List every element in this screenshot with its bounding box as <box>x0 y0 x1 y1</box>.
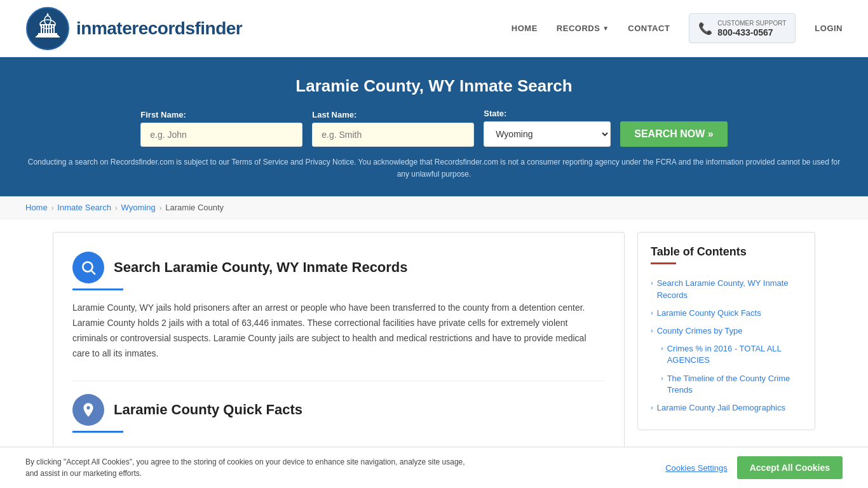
toc-chevron-2: › <box>651 309 653 316</box>
hero-title: Laramie County, WY Inmate Search <box>25 76 843 96</box>
phone-icon: 📞 <box>698 22 712 36</box>
support-number: 800-433-0567 <box>717 27 786 37</box>
last-name-input[interactable] <box>312 123 474 147</box>
toc-chevron-1: › <box>651 279 653 287</box>
toc-item-4[interactable]: › Crimes % in 2016 - TOTAL ALL AGENCIES <box>651 340 802 369</box>
svg-rect-3 <box>41 25 42 33</box>
cookie-text: By clicking "Accept All Cookies", you ag… <box>25 456 470 475</box>
svg-rect-7 <box>51 25 52 33</box>
breadcrumb-wyoming[interactable]: Wyoming <box>121 203 156 212</box>
toc-link-1[interactable]: Search Laramie County, WY Inmate Records <box>657 278 802 301</box>
toc-chevron-3: › <box>651 327 653 334</box>
sidebar: Table of Contents › Search Laramie Count… <box>637 232 815 462</box>
toc-link-6[interactable]: Laramie County Jail Demographics <box>657 402 785 414</box>
last-name-group: Last Name: <box>312 110 474 147</box>
nav-records[interactable]: RECORDS ▼ <box>557 24 609 33</box>
toc-item-1[interactable]: › Search Laramie County, WY Inmate Recor… <box>651 274 802 304</box>
nav-login[interactable]: LOGIN <box>815 24 843 33</box>
toc-link-2[interactable]: Laramie County Quick Facts <box>657 308 761 319</box>
section1-body: Laramie County, WY jails hold prisoners … <box>72 301 605 361</box>
breadcrumb-inmate-search[interactable]: Inmate Search <box>57 203 111 212</box>
support-label: CUSTOMER SUPPORT <box>717 19 786 27</box>
toc-link-4[interactable]: Crimes % in 2016 - TOTAL ALL AGENCIES <box>667 343 802 366</box>
section2-title: Laramie County Quick Facts <box>114 402 302 418</box>
toc-item-2[interactable]: › Laramie County Quick Facts <box>651 304 802 322</box>
svg-rect-4 <box>43 25 44 33</box>
customer-support: 📞 CUSTOMER SUPPORT 800-433-0567 <box>689 13 796 43</box>
toc-item-5[interactable]: › The Timeline of the County Crime Trend… <box>651 370 802 399</box>
svg-rect-11 <box>36 36 60 37</box>
cookies-settings-button[interactable]: Cookies Settings <box>665 463 728 473</box>
section1-underline <box>72 288 123 290</box>
toc-item-3[interactable]: › County Crimes by Type <box>651 322 802 340</box>
main-nav: HOME RECORDS ▼ CONTACT 📞 CUSTOMER SUPPOR… <box>512 13 843 43</box>
section1-header: Search Laramie County, WY Inmate Records <box>72 252 605 283</box>
svg-point-15 <box>83 262 92 272</box>
accept-all-cookies-button[interactable]: Accept All Cookies <box>737 456 843 475</box>
breadcrumb: Home › Inmate Search › Wyoming › Laramie… <box>0 196 868 219</box>
cookie-banner: By clicking "Accept All Cookies", you ag… <box>0 447 868 475</box>
breadcrumb-sep-1: › <box>51 204 54 212</box>
state-select[interactable]: Wyoming <box>484 121 611 147</box>
section2: Laramie County Quick Facts <box>72 381 605 433</box>
svg-rect-9 <box>38 33 57 35</box>
section2-header: Laramie County Quick Facts <box>72 394 605 426</box>
svg-rect-6 <box>48 25 50 33</box>
toc-underline <box>651 262 676 264</box>
site-header: inmaterecordsfinder HOME RECORDS ▼ CONTA… <box>0 0 868 57</box>
location-icon <box>80 402 97 418</box>
content-area: Search Laramie County, WY Inmate Records… <box>53 232 625 462</box>
search-section-icon <box>72 252 104 283</box>
toc-box: Table of Contents › Search Laramie Count… <box>637 232 815 430</box>
svg-rect-10 <box>37 35 58 36</box>
state-group: State: Wyoming <box>484 109 611 147</box>
nav-contact[interactable]: CONTACT <box>628 24 670 33</box>
toc-chevron-6: › <box>651 403 653 411</box>
magnifier-icon <box>80 259 97 276</box>
logo-icon <box>25 6 70 51</box>
first-name-label: First Name: <box>140 110 302 119</box>
svg-line-16 <box>92 271 95 274</box>
first-name-group: First Name: <box>140 110 302 147</box>
svg-rect-5 <box>46 25 47 33</box>
first-name-input[interactable] <box>140 123 302 147</box>
search-hero: Laramie County, WY Inmate Search First N… <box>0 57 868 196</box>
facts-section-icon <box>72 394 104 426</box>
breadcrumb-home[interactable]: Home <box>25 203 48 212</box>
records-chevron-icon: ▼ <box>602 25 609 32</box>
toc-link-5[interactable]: The Timeline of the County Crime Trends <box>667 373 802 396</box>
search-disclaimer: Conducting a search on Recordsfinder.com… <box>25 156 843 180</box>
last-name-label: Last Name: <box>312 110 474 119</box>
support-info: CUSTOMER SUPPORT 800-433-0567 <box>717 19 786 37</box>
logo[interactable]: inmaterecordsfinder <box>25 6 242 51</box>
toc-link-3[interactable]: County Crimes by Type <box>657 325 743 337</box>
state-label: State: <box>484 109 611 118</box>
nav-records-link[interactable]: RECORDS <box>557 24 600 33</box>
search-button[interactable]: SEARCH NOW » <box>620 121 727 147</box>
toc-chevron-5: › <box>661 374 663 382</box>
svg-rect-8 <box>53 25 55 33</box>
logo-text: inmaterecordsfinder <box>76 18 242 39</box>
nav-home[interactable]: HOME <box>512 24 538 33</box>
search-form: First Name: Last Name: State: Wyoming SE… <box>25 109 843 147</box>
main-container: Search Laramie County, WY Inmate Records… <box>27 232 841 462</box>
breadcrumb-sep-2: › <box>115 204 118 212</box>
breadcrumb-current: Laramie County <box>165 203 224 212</box>
toc-item-6[interactable]: › Laramie County Jail Demographics <box>651 399 802 417</box>
breadcrumb-sep-3: › <box>159 204 162 212</box>
toc-title: Table of Contents <box>651 245 802 259</box>
section2-underline <box>72 431 123 433</box>
cookie-actions: Cookies Settings Accept All Cookies <box>665 456 843 475</box>
toc-chevron-4: › <box>661 344 663 352</box>
section1-title: Search Laramie County, WY Inmate Records <box>114 259 408 276</box>
